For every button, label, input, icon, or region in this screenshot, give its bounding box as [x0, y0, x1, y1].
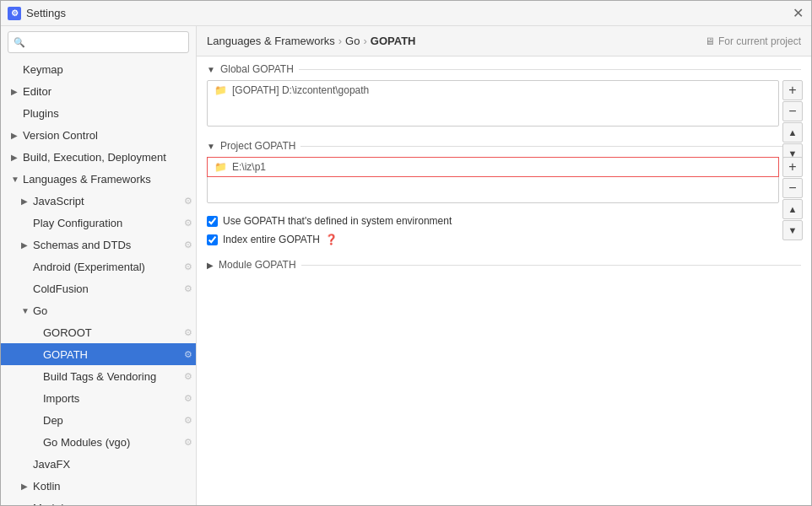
module-gopath-header: ▶ Module GOPATH — [197, 252, 811, 276]
sidebar-item-keymap[interactable]: Keymap — [1, 58, 196, 80]
sidebar-item-version-control[interactable]: ▶ Version Control — [1, 124, 196, 146]
expand-arrow: ▼ — [21, 306, 33, 315]
no-arrow — [21, 284, 33, 293]
help-icon[interactable]: ❓ — [325, 234, 338, 245]
sidebar-item-schemas[interactable]: ▶ Schemas and DTDs ⚙ — [1, 234, 196, 256]
move-up-button[interactable]: ▲ — [782, 122, 803, 143]
no-arrow — [31, 328, 43, 337]
sidebar-item-imports[interactable]: Imports ⚙ — [1, 387, 196, 409]
no-arrow — [21, 503, 33, 506]
sidebar-item-javafx[interactable]: JavaFX — [1, 453, 196, 475]
expand-arrow: ▶ — [21, 196, 33, 206]
folder-icon: 📁 — [214, 161, 227, 173]
settings-window: ⚙ Settings ✕ 🔍 Keymap ▶ Editor — [0, 0, 812, 506]
project-gopath-header: ▼ Project GOPATH — [197, 133, 811, 157]
expand-arrow: ▶ — [11, 87, 23, 96]
list-item[interactable]: 📁 [GOPATH] D:\izcontent\gopath — [208, 81, 778, 100]
section-divider — [300, 146, 801, 147]
expand-arrow: ▼ — [11, 175, 23, 184]
folder-icon: 📁 — [214, 84, 227, 96]
no-arrow — [21, 460, 33, 469]
no-arrow — [21, 218, 33, 228]
index-entire-gopath-label: Index entire GOPATH — [223, 234, 320, 245]
move-up-button[interactable]: ▲ — [782, 199, 803, 219]
use-system-gopath-label: Use GOPATH that's defined in system envi… — [223, 215, 452, 227]
project-gopath-label: Project GOPATH — [220, 140, 296, 152]
expand-arrow: ▶ — [11, 153, 23, 162]
titlebar: ⚙ Settings ✕ — [1, 1, 811, 26]
move-down-button[interactable]: ▼ — [782, 220, 803, 240]
no-arrow — [21, 262, 33, 272]
breadcrumb-part2: Go — [345, 35, 360, 47]
remove-button[interactable]: − — [782, 101, 803, 121]
search-input[interactable] — [29, 36, 183, 48]
sidebar-item-kotlin[interactable]: ▶ Kotlin — [1, 475, 196, 497]
global-gopath-paths-wrapper: 📁 [GOPATH] D:\izcontent\gopath + − ▲ ▼ — [207, 80, 779, 126]
breadcrumb-part1: Languages & Frameworks — [207, 35, 335, 47]
expand-arrow: ▶ — [11, 131, 23, 140]
remove-button[interactable]: − — [782, 178, 803, 198]
no-arrow — [31, 350, 43, 359]
sidebar-item-android[interactable]: Android (Experimental) ⚙ — [1, 256, 196, 277]
sidebar-item-gopath[interactable]: GOPATH ⚙ — [1, 343, 196, 365]
expand-arrow: ▶ — [21, 240, 33, 250]
sidebar-item-go-modules[interactable]: Go Modules (vgo) ⚙ — [1, 431, 196, 453]
sidebar-item-go[interactable]: ▼ Go — [1, 299, 196, 321]
sidebar-item-play-config[interactable]: Play Configuration ⚙ — [1, 212, 196, 234]
no-arrow — [31, 394, 43, 403]
sidebar-item-markdown[interactable]: Markdown — [1, 497, 196, 505]
content-panel: Languages & Frameworks › Go › GOPATH 🖥 F… — [197, 26, 811, 505]
project-gopath-path-list: 📁 E:\iz\p1 — [207, 157, 779, 203]
list-item[interactable]: 📁 E:\iz\p1 — [208, 158, 778, 176]
sidebar-item-javascript[interactable]: ▶ JavaScript ⚙ — [1, 190, 196, 212]
sidebar-item-goroot[interactable]: GOROOT ⚙ — [1, 321, 196, 343]
no-arrow — [31, 438, 43, 447]
path-text: [GOPATH] D:\izcontent\gopath — [232, 84, 369, 96]
gear-icon: ⚙ — [184, 283, 192, 294]
sidebar-item-build[interactable]: ▶ Build, Execution, Deployment — [1, 146, 196, 168]
no-arrow — [31, 416, 43, 425]
checkboxes-section: Use GOPATH that's defined in system envi… — [197, 212, 811, 249]
sidebar-item-plugins[interactable]: Plugins — [1, 102, 196, 124]
collapse-arrow[interactable]: ▼ — [207, 142, 215, 151]
index-entire-gopath-checkbox[interactable] — [207, 234, 218, 245]
sidebar-item-build-tags[interactable]: Build Tags & Vendoring ⚙ — [1, 365, 196, 387]
gear-icon: ⚙ — [184, 349, 192, 360]
breadcrumb-sep2: › — [363, 35, 366, 47]
titlebar-left: ⚙ Settings — [8, 7, 66, 20]
no-arrow — [11, 65, 23, 74]
add-button[interactable]: + — [782, 80, 803, 100]
global-gopath-path-list: 📁 [GOPATH] D:\izcontent\gopath — [207, 80, 779, 126]
sidebar-item-editor[interactable]: ▶ Editor — [1, 80, 196, 102]
gear-icon: ⚙ — [184, 437, 192, 448]
gear-icon: ⚙ — [184, 371, 192, 382]
close-button[interactable]: ✕ — [793, 8, 804, 19]
no-arrow — [11, 109, 23, 118]
content-body: ▼ Global GOPATH 📁 [GOPATH] D:\izcontent\… — [197, 57, 811, 505]
sidebar: 🔍 Keymap ▶ Editor Plugins — [1, 26, 197, 505]
project-gopath-section: ▼ Project GOPATH 📁 E:\iz\p1 + — [197, 133, 811, 203]
global-gopath-section: ▼ Global GOPATH 📁 [GOPATH] D:\izcontent\… — [197, 57, 811, 126]
monitor-icon: 🖥 — [705, 35, 715, 47]
for-project-label: 🖥 For current project — [705, 35, 801, 47]
gear-icon: ⚙ — [184, 240, 192, 250]
sidebar-tree: Keymap ▶ Editor Plugins ▶ Version Contro… — [1, 58, 196, 505]
collapse-arrow[interactable]: ▼ — [207, 65, 215, 74]
gear-icon: ⚙ — [184, 415, 192, 426]
window-title: Settings — [26, 7, 66, 19]
sidebar-item-coldfusion[interactable]: ColdFusion ⚙ — [1, 277, 196, 299]
sidebar-item-languages[interactable]: ▼ Languages & Frameworks — [1, 168, 196, 190]
global-gopath-header: ▼ Global GOPATH — [197, 57, 811, 80]
breadcrumb-sep1: › — [338, 35, 342, 47]
search-box[interactable]: 🔍 — [8, 31, 189, 53]
sidebar-item-dep[interactable]: Dep ⚙ — [1, 409, 196, 431]
use-system-gopath-checkbox[interactable] — [207, 216, 218, 227]
expand-arrow[interactable]: ▶ — [207, 261, 214, 270]
search-icon: 🔍 — [14, 37, 25, 48]
project-gopath-paths-wrapper: 📁 E:\iz\p1 + − ▲ ▼ — [207, 157, 779, 203]
section-divider — [299, 69, 801, 70]
add-button[interactable]: + — [782, 157, 803, 177]
main-layout: 🔍 Keymap ▶ Editor Plugins — [1, 26, 811, 505]
section-divider — [301, 265, 801, 266]
global-gopath-side-buttons: + − ▲ ▼ — [782, 80, 803, 164]
